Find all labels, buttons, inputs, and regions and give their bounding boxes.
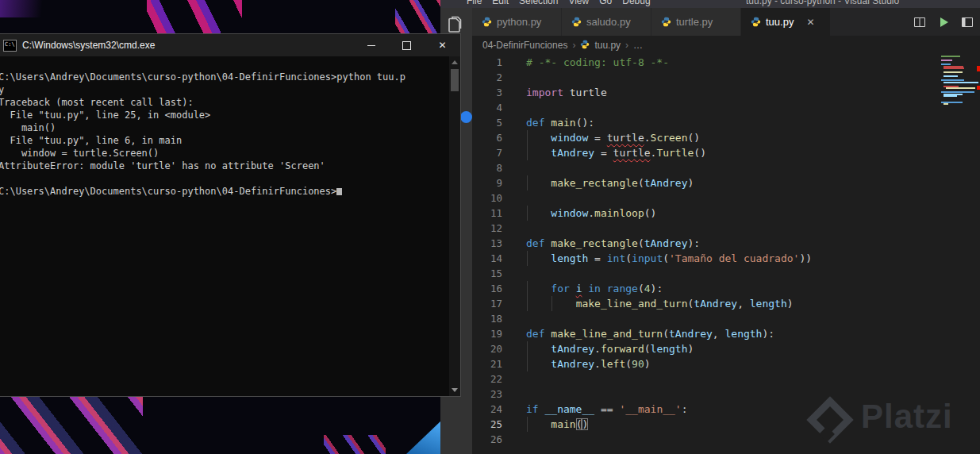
indent-guide	[551, 296, 552, 311]
line-number: 10	[472, 190, 518, 206]
code-line-1[interactable]: 1# -*- coding: utf-8 -*-	[472, 55, 980, 70]
terminal-output: C:\Users\Andrey\Documents\curso-python\0…	[0, 56, 449, 198]
desktop-decoration	[406, 421, 441, 454]
code-text: def make_rectangle(tAndrey):	[526, 236, 980, 251]
code-line-10[interactable]: 10	[472, 190, 980, 206]
scroll-down-icon[interactable]	[452, 388, 458, 392]
cmd-icon	[3, 40, 17, 52]
code-line-16[interactable]: 16 for i in range(4):	[472, 281, 980, 296]
code-line-9[interactable]: 9 make_rectangle(tAndrey)	[472, 175, 980, 190]
menu-selection[interactable]: Selection	[519, 0, 558, 6]
menu-go[interactable]: Go	[599, 0, 612, 6]
line-number: 3	[472, 85, 518, 100]
editor-region: python.pysaludo.pyturtle.pytuu.py✕ 04-De…	[472, 8, 980, 454]
indent-guide	[527, 175, 528, 190]
line-number: 15	[472, 266, 518, 281]
code-text	[526, 221, 980, 236]
code-line-2[interactable]: 2	[472, 70, 980, 85]
tab-tuu.py[interactable]: tuu.py✕	[741, 8, 831, 36]
code-line-14[interactable]: 14 length = int(input('Tamaño del cuadra…	[472, 251, 980, 266]
terminal-body[interactable]: C:\Users\Andrey\Documents\curso-python\0…	[0, 56, 449, 396]
code-line-7[interactable]: 7 tAndrey = turtle.Turtle()	[472, 145, 980, 160]
python-icon	[751, 17, 761, 27]
code-text	[526, 160, 980, 175]
minimize-button[interactable]	[353, 34, 389, 56]
tab-label: turtle.py	[676, 16, 713, 28]
code-text: make_rectangle(tAndrey)	[526, 175, 980, 190]
menu-debug[interactable]: Debug	[622, 0, 650, 6]
chevron-right-icon: ›	[572, 40, 575, 51]
line-number: 4	[472, 100, 518, 115]
breadcrumb-more[interactable]: …	[633, 40, 643, 51]
window-title: tuu.py - curso-python - Visual Studio Co…	[746, 0, 901, 8]
code-line-8[interactable]: 8	[472, 160, 980, 175]
code-line-3[interactable]: 3import turtle	[472, 85, 980, 100]
code-line-13[interactable]: 13def make_rectangle(tAndrey):	[472, 236, 980, 251]
code-text: tAndrey.left(90)	[526, 356, 980, 371]
menu-edit[interactable]: Edit	[492, 0, 509, 6]
code-line-20[interactable]: 20 tAndrey.forward(length)	[472, 341, 980, 356]
code-text: # -*- coding: utf-8 -*-	[526, 55, 980, 70]
code-line-17[interactable]: 17 make_line_and_turn(tAndrey, length)	[472, 296, 980, 311]
close-icon[interactable]: ✕	[806, 17, 814, 28]
tab-bar-tabs: python.pysaludo.pyturtle.pytuu.py✕	[472, 8, 831, 36]
code-line-19[interactable]: 19def make_line_and_turn(tAndrey, length…	[472, 326, 980, 341]
menu-view[interactable]: View	[568, 0, 589, 6]
code-text	[526, 70, 980, 85]
line-number: 2	[472, 70, 518, 85]
cmd-window: C:\Windows\system32\cmd.exe ✕ C:\Users\A…	[0, 33, 461, 397]
tab-turtle.py[interactable]: turtle.py	[651, 8, 741, 36]
run-button[interactable]	[937, 16, 950, 29]
split-editor-icon[interactable]	[913, 16, 926, 29]
tab-python.py[interactable]: python.py	[472, 8, 562, 36]
breadcrumb-file[interactable]: tuu.py	[594, 40, 621, 51]
close-button[interactable]: ✕	[425, 34, 460, 56]
platzi-logo-icon	[805, 395, 848, 438]
editor-lines[interactable]: 1# -*- coding: utf-8 -*-23import turtle4…	[472, 55, 980, 447]
indent-guide	[527, 206, 528, 221]
code-line-6[interactable]: 6 window = turtle.Screen()	[472, 130, 980, 145]
minimap-line	[943, 103, 948, 105]
cmd-title: C:\Windows\system32\cmd.exe	[22, 40, 155, 51]
terminal-scrollbar[interactable]	[449, 56, 460, 396]
layout-icon[interactable]	[961, 16, 974, 29]
minimap-line	[946, 87, 975, 89]
menu-file[interactable]: File	[467, 0, 482, 6]
python-icon	[580, 40, 590, 52]
cmd-titlebar[interactable]: C:\Windows\system32\cmd.exe ✕	[0, 34, 460, 56]
minimap[interactable]	[941, 56, 978, 107]
code-text: window.mainloop()	[526, 206, 980, 221]
code-text: tAndrey = turtle.Turtle()	[526, 145, 980, 160]
tab-saludo.py[interactable]: saludo.py	[562, 8, 651, 36]
minimap-line	[943, 71, 963, 73]
platzi-watermark: Platzi	[805, 395, 953, 438]
code-text: length = int(input('Tamaño del cuadrado'…	[526, 251, 980, 266]
code-line-4[interactable]: 4	[472, 100, 980, 115]
code-text: window = turtle.Screen()	[526, 130, 980, 145]
line-number: 20	[472, 341, 518, 356]
indent-guide	[527, 145, 528, 160]
code-text: tAndrey.forward(length)	[526, 341, 980, 356]
line-number: 19	[472, 326, 518, 341]
code-line-22[interactable]: 22	[472, 371, 980, 387]
minimap-line	[943, 82, 978, 83]
breadcrumb-folder[interactable]: 04-DefinirFunciones	[482, 40, 567, 51]
scrollbar-thumb[interactable]	[451, 69, 459, 91]
code-text	[526, 371, 980, 387]
maximize-button[interactable]	[389, 34, 425, 56]
breadcrumb: 04-DefinirFunciones › tuu.py › …	[472, 36, 980, 55]
window-controls: ✕	[353, 34, 460, 56]
code-line-5[interactable]: 5def main():	[472, 115, 980, 130]
code-line-12[interactable]: 12	[472, 221, 980, 236]
watermark-text: Platzi	[861, 398, 953, 436]
line-number: 11	[472, 206, 518, 221]
code-text: make_line_and_turn(tAndrey, length)	[526, 296, 980, 311]
code-line-11[interactable]: 11 window.mainloop()	[472, 206, 980, 221]
minimap-line	[943, 67, 964, 69]
code-line-18[interactable]: 18	[472, 311, 980, 326]
code-line-21[interactable]: 21 tAndrey.left(90)	[472, 356, 980, 371]
code-line-15[interactable]: 15	[472, 266, 980, 281]
line-number: 26	[472, 432, 518, 447]
scroll-up-icon[interactable]	[452, 60, 458, 64]
line-number: 16	[472, 281, 518, 296]
